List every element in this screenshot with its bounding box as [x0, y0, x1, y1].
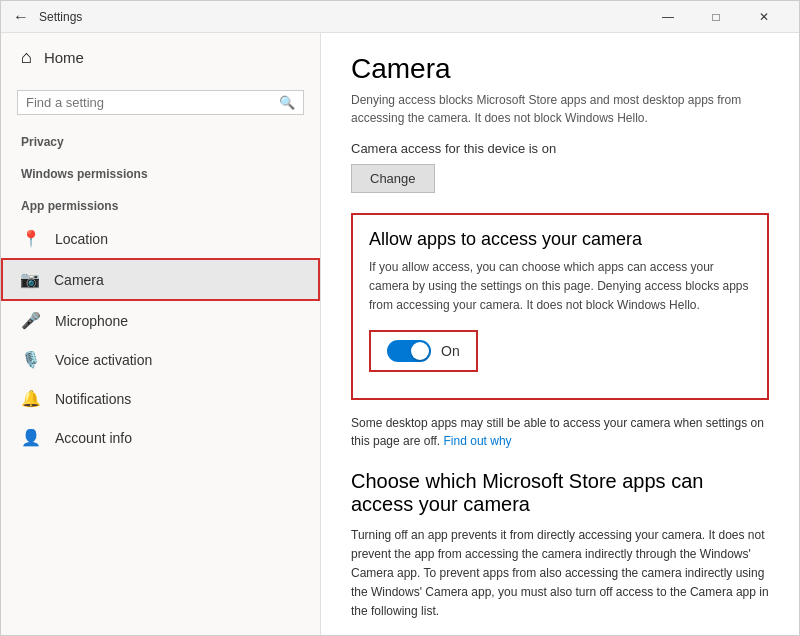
sidebar-item-location[interactable]: 📍 Location [1, 219, 320, 258]
sidebar-item-notifications[interactable]: 🔔 Notifications [1, 379, 320, 418]
location-icon: 📍 [21, 229, 41, 248]
notifications-icon: 🔔 [21, 389, 41, 408]
maximize-button[interactable]: □ [693, 1, 739, 33]
find-out-why-link[interactable]: Find out why [444, 434, 512, 448]
sidebar-item-camera[interactable]: 📷 Camera [1, 258, 320, 301]
intro-description: Denying access blocks Microsoft Store ap… [351, 91, 769, 127]
sidebar-search-container: 🔍 [1, 82, 320, 123]
sidebar-item-voice-activation[interactable]: 🎙️ Voice activation [1, 340, 320, 379]
allow-apps-desc: If you allow access, you can choose whic… [369, 258, 751, 316]
settings-window: ← Settings — □ ✕ ⌂ Home 🔍 Privacy [0, 0, 800, 636]
desktop-note: Some desktop apps may still be able to a… [351, 414, 769, 450]
back-button[interactable]: ← [13, 8, 29, 26]
toggle-label: On [441, 343, 460, 359]
content-area: ⌂ Home 🔍 Privacy Windows permissions App… [1, 33, 799, 635]
search-box: 🔍 [17, 90, 304, 115]
voice-activation-icon: 🎙️ [21, 350, 41, 369]
toggle-knob [411, 342, 429, 360]
allow-apps-title: Allow apps to access your camera [369, 229, 751, 250]
search-input[interactable] [26, 95, 273, 110]
home-icon: ⌂ [21, 47, 32, 68]
search-icon: 🔍 [279, 95, 295, 110]
camera-nav-icon: 📷 [20, 270, 40, 289]
camera-access-toggle[interactable] [387, 340, 431, 362]
access-status-text: Camera access for this device is on [351, 141, 769, 156]
windows-permissions-label: Windows permissions [1, 155, 320, 187]
choose-apps-desc: Turning off an app prevents it from dire… [351, 526, 769, 622]
notifications-label: Notifications [55, 391, 131, 407]
close-button[interactable]: ✕ [741, 1, 787, 33]
app-permissions-label: App permissions [1, 187, 320, 219]
home-label: Home [44, 49, 84, 66]
desktop-note-text: Some desktop apps may still be able to a… [351, 416, 764, 448]
privacy-section-label: Privacy [1, 123, 320, 155]
sidebar-item-microphone[interactable]: 🎤 Microphone [1, 301, 320, 340]
account-info-icon: 👤 [21, 428, 41, 447]
voice-activation-label: Voice activation [55, 352, 152, 368]
sidebar-home[interactable]: ⌂ Home [1, 33, 320, 82]
main-content: Camera Denying access blocks Microsoft S… [321, 33, 799, 635]
window-controls: — □ ✕ [645, 1, 787, 33]
window-title: Settings [39, 10, 645, 24]
minimize-button[interactable]: — [645, 1, 691, 33]
allow-apps-section: Allow apps to access your camera If you … [351, 213, 769, 400]
microphone-label: Microphone [55, 313, 128, 329]
sidebar-item-account-info[interactable]: 👤 Account info [1, 418, 320, 457]
microphone-icon: 🎤 [21, 311, 41, 330]
toggle-area: On [369, 330, 478, 372]
titlebar: ← Settings — □ ✕ [1, 1, 799, 33]
change-button[interactable]: Change [351, 164, 435, 193]
location-label: Location [55, 231, 108, 247]
account-info-label: Account info [55, 430, 132, 446]
camera-label: Camera [54, 272, 104, 288]
page-title: Camera [351, 53, 769, 85]
sidebar: ⌂ Home 🔍 Privacy Windows permissions App… [1, 33, 321, 635]
choose-apps-title: Choose which Microsoft Store apps can ac… [351, 470, 769, 516]
